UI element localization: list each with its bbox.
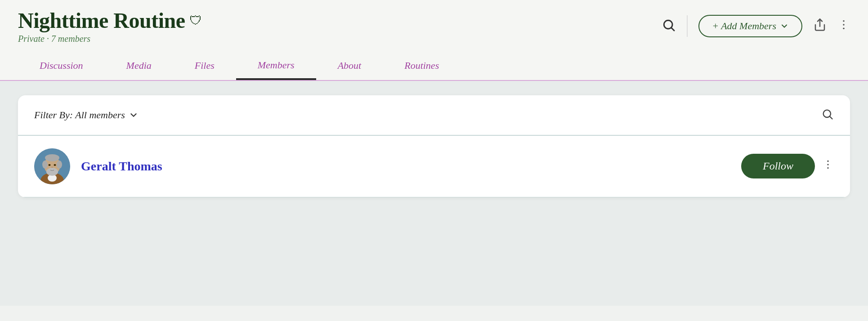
header-divider xyxy=(687,15,688,37)
svg-point-20 xyxy=(827,160,828,162)
group-subtitle: Private · 7 members xyxy=(18,34,202,44)
share-button[interactable] xyxy=(813,18,827,35)
svg-point-17 xyxy=(54,164,56,166)
member-actions: Follow xyxy=(741,154,834,178)
filter-label[interactable]: Filter By: All members xyxy=(34,109,139,121)
svg-point-6 xyxy=(823,110,831,117)
svg-point-5 xyxy=(843,27,845,29)
header: Nighttime Routine 🛡 Private · 7 members … xyxy=(0,0,868,81)
member-more-button[interactable] xyxy=(822,159,834,174)
tab-about[interactable]: About xyxy=(316,54,383,80)
tab-media[interactable]: Media xyxy=(105,54,173,80)
add-members-button[interactable]: + Add Members xyxy=(698,15,802,37)
svg-point-4 xyxy=(843,24,845,26)
table-row: Geralt Thomas Follow xyxy=(18,136,850,197)
svg-point-19 xyxy=(46,168,58,176)
members-search-icon[interactable] xyxy=(821,108,834,122)
filter-row: Filter By: All members xyxy=(18,95,850,135)
member-name: Geralt Thomas xyxy=(81,159,730,174)
follow-button[interactable]: Follow xyxy=(741,154,815,178)
header-actions: + Add Members xyxy=(662,15,850,37)
tab-files[interactable]: Files xyxy=(173,54,236,80)
avatar xyxy=(34,148,70,184)
svg-point-13 xyxy=(45,154,59,161)
svg-line-7 xyxy=(830,116,832,119)
svg-point-14 xyxy=(42,160,48,169)
svg-line-1 xyxy=(671,28,674,31)
svg-point-3 xyxy=(843,20,845,22)
add-members-label: + Add Members xyxy=(712,20,776,32)
svg-point-16 xyxy=(49,164,51,166)
tab-discussion[interactable]: Discussion xyxy=(18,54,105,80)
search-icon[interactable] xyxy=(662,18,676,34)
group-title: Nighttime Routine xyxy=(18,8,185,33)
filter-text: Filter By: All members xyxy=(34,109,125,121)
svg-point-21 xyxy=(827,164,828,165)
members-card: Filter By: All members xyxy=(18,95,850,197)
svg-point-22 xyxy=(827,167,828,169)
tab-routines[interactable]: Routines xyxy=(383,54,461,80)
svg-point-15 xyxy=(57,160,62,169)
header-top: Nighttime Routine 🛡 Private · 7 members … xyxy=(18,8,850,50)
main-content: Filter By: All members xyxy=(0,81,868,306)
nav-tabs: Discussion Media Files Members About Rou… xyxy=(18,54,850,80)
header-left: Nighttime Routine 🛡 Private · 7 members xyxy=(18,8,202,44)
shield-icon: 🛡 xyxy=(189,13,202,28)
more-options-button[interactable] xyxy=(837,18,850,34)
member-bottom-divider xyxy=(18,197,850,198)
group-title-row: Nighttime Routine 🛡 xyxy=(18,8,202,33)
tab-members[interactable]: Members xyxy=(236,54,316,80)
